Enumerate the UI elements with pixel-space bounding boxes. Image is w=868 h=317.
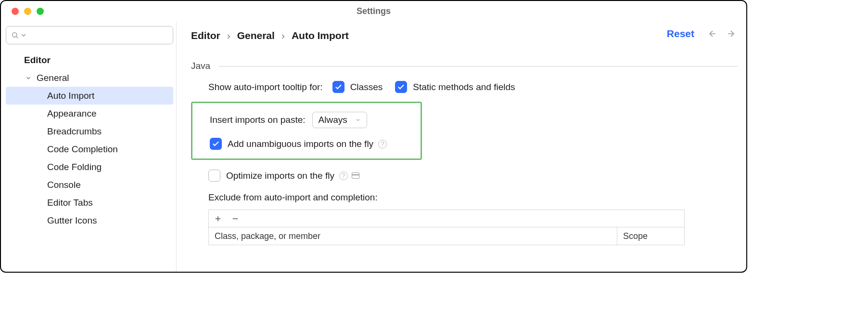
tooltip-for-label: Show auto-import tooltip for: [208,82,323,92]
sidebar-node-general[interactable]: General [6,69,173,87]
help-icon[interactable]: ? [378,140,387,148]
breadcrumb-general[interactable]: General [237,30,275,41]
checkbox-optimize[interactable] [208,170,220,182]
svg-line-1 [16,37,18,38]
remove-icon[interactable] [231,214,240,223]
back-icon[interactable] [708,29,717,39]
sidebar-item-label: Gutter Icons [47,215,97,226]
sidebar-item-editor-tabs[interactable]: Editor Tabs [6,194,173,211]
search-icon [11,31,19,39]
chevron-down-icon [20,31,27,39]
sidebar-item-label: Editor Tabs [47,198,93,208]
sidebar-item-appearance[interactable]: Appearance [6,105,173,122]
sidebar-item-console[interactable]: Console [6,176,173,194]
exclude-table-header: Class, package, or member Scope [208,227,685,245]
settings-detail: Editor › General › Auto Import Reset Jav… [177,21,746,272]
sidebar-item-code-folding[interactable]: Code Folding [6,158,173,176]
sidebar-item-code-completion[interactable]: Code Completion [6,140,173,158]
breadcrumb-auto-import: Auto Import [292,30,349,41]
checkbox-static-label: Static methods and fields [413,82,515,92]
sidebar-item-label: Code Completion [47,144,118,155]
sidebar-item-label: Code Folding [47,162,102,172]
exclude-label: Exclude from auto-import and completion: [208,192,738,203]
sidebar-node-label: Editor [24,55,51,66]
checkbox-add-unambiguous-label: Add unambiguous imports on the fly [228,139,373,149]
sidebar-item-breadcrumbs[interactable]: Breadcrumbs [6,122,173,140]
sidebar-search[interactable] [6,26,173,44]
highlight-box: Insert imports on paste: Always Add unam… [191,102,422,160]
breadcrumb-separator: › [281,30,285,41]
checkbox-classes-label: Classes [350,82,383,92]
forward-icon[interactable] [726,29,736,39]
sidebar-item-auto-import[interactable]: Auto Import [6,87,173,105]
checkbox-classes[interactable] [332,81,345,93]
insert-imports-select[interactable]: Always [312,112,367,128]
column-header-scope: Scope [617,227,684,245]
checkbox-optimize-label: Optimize imports on the fly [226,171,334,181]
breadcrumb: Editor › General › Auto Import [191,30,738,41]
sidebar-node-editor[interactable]: Editor [6,51,173,69]
section-title: Java [191,61,210,71]
chevron-down-icon [355,117,361,123]
checkbox-add-unambiguous[interactable] [210,138,222,150]
column-header-class: Class, package, or member [209,227,617,245]
search-input[interactable] [30,30,168,40]
section-header-java: Java [191,61,738,71]
sidebar-item-label: Console [47,180,81,190]
help-icon[interactable]: ? [339,172,348,180]
select-value: Always [319,115,347,125]
scope-icon[interactable] [352,172,359,179]
reset-button[interactable]: Reset [667,28,694,40]
window-title: Settings [1,6,746,16]
sidebar-item-gutter-icons[interactable]: Gutter Icons [6,211,173,229]
sidebar-item-label: Auto Import [47,91,94,101]
breadcrumb-editor[interactable]: Editor [191,30,220,41]
sidebar-node-label: General [37,73,69,83]
insert-imports-label: Insert imports on paste: [210,115,306,125]
exclude-toolbar [208,210,685,227]
sidebar-item-label: Breadcrumbs [47,126,102,137]
add-icon[interactable] [214,214,222,223]
sidebar-item-label: Appearance [47,108,96,119]
divider [219,66,738,66]
window-titlebar: Settings [1,1,746,21]
settings-sidebar: Editor General Auto Import Appearance Br… [1,21,177,272]
checkbox-static[interactable] [395,81,407,93]
breadcrumb-separator: › [227,30,230,41]
chevron-down-icon [25,75,32,81]
svg-point-0 [13,33,17,37]
